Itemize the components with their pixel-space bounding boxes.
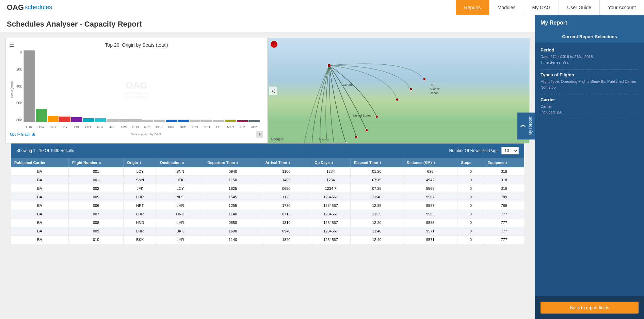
bar-ZRH xyxy=(201,120,212,122)
nav-link-modules[interactable]: Modules xyxy=(489,0,524,15)
my-report-tab[interactable]: My Report ❯ xyxy=(517,112,535,139)
x-label-JNB: JNB xyxy=(47,125,59,129)
table-cell: 1255 xyxy=(204,201,262,210)
modify-graph-button[interactable]: Modify Graph ⊕ xyxy=(10,132,35,137)
table-row: BA001LCYSNN09401100123401:206260318 xyxy=(11,167,524,176)
table-cell: NRT xyxy=(124,201,157,210)
carrier-title: Carrier xyxy=(541,97,639,102)
table-cell: BA xyxy=(11,227,69,236)
table-cell: 0 xyxy=(457,210,484,218)
x-label-CPT: CPT xyxy=(83,125,94,129)
bar-item-AMS xyxy=(118,50,130,122)
x-label-FCO: FCO xyxy=(189,125,200,129)
map-nav-left[interactable]: ◁ xyxy=(269,87,277,95)
table-cell: 0 xyxy=(457,184,484,193)
table-cell: 01:20 xyxy=(350,167,403,176)
table-cell: 1234 xyxy=(311,176,350,184)
table-cell: 11:40 xyxy=(350,227,403,236)
table-row: BA001SNNJFK11501405123407:1549420318 xyxy=(11,176,524,184)
table-cell: 1600 xyxy=(204,227,262,236)
bar-item-FCO xyxy=(190,50,201,122)
rows-per-page-select[interactable]: 10 25 50 100 xyxy=(501,147,519,154)
col-flight-number[interactable]: Flight Number ⇕ xyxy=(69,158,124,167)
bar-MAN xyxy=(225,120,236,122)
table-cell: 1100 xyxy=(262,167,311,176)
nav-link-reports[interactable]: Reports xyxy=(456,0,489,15)
table-header-row: Published Carrier Flight Number ⇕ Origin… xyxy=(11,158,524,167)
col-stops[interactable]: Stops xyxy=(457,158,484,167)
table-cell: BA xyxy=(11,176,69,184)
chart-menu-icon[interactable]: ☰ xyxy=(9,42,14,48)
sidebar-header: My Report xyxy=(535,15,644,31)
period-date: Date: 27Jun2018 to 27Jun2018 xyxy=(541,54,639,60)
col-distance[interactable]: Distance (KM) ⇕ xyxy=(403,158,457,167)
back-to-report-fields-button[interactable]: Back to report fields xyxy=(541,302,639,314)
bar-DUB xyxy=(178,120,189,122)
table-cell: LHR xyxy=(157,236,204,244)
table-row: BA006NRTLHR12551730123456712:3595870789 xyxy=(11,201,524,210)
current-selections-tab[interactable]: Current Report Selections xyxy=(535,31,644,43)
bar-GLA xyxy=(95,118,106,122)
table-section: Showing 1 - 10 Of 1000 Results Number Of… xyxy=(5,143,530,249)
carrier-included: Included: BA xyxy=(541,109,639,115)
table-cell: 0940 xyxy=(262,227,311,236)
table-cell: 001 xyxy=(69,167,124,176)
table-cell: BKK xyxy=(157,227,204,236)
table-cell: 07:15 xyxy=(350,176,403,184)
svg-text:Mexico: Mexico xyxy=(319,138,329,141)
table-cell: 9585 xyxy=(403,218,457,227)
table-cell: 1234 7 xyxy=(311,184,350,193)
col-published-carrier[interactable]: Published Carrier xyxy=(11,158,69,167)
bar-item-PLZ xyxy=(237,50,248,122)
table-cell: JFK xyxy=(157,176,204,184)
nav-link-myoag[interactable]: My OAG xyxy=(524,0,559,15)
table-cell: 010 xyxy=(69,236,124,244)
modify-graph-icon: ⊕ xyxy=(32,132,35,137)
chart-panel: ☰ Top 20: Origin by Seats (total) OAG co… xyxy=(5,38,268,143)
col-destination[interactable]: Destination ⇕ xyxy=(157,158,204,167)
data-supplied-text: Data supplied by OAG xyxy=(131,133,161,136)
col-arrival-time[interactable]: Arrival Time ⇕ xyxy=(262,158,311,167)
table-cell: 1234 xyxy=(311,167,350,176)
bar-item-EDI xyxy=(71,50,82,122)
col-equipment[interactable]: Equipment xyxy=(484,158,524,167)
table-cell: LHR xyxy=(157,201,204,210)
table-cell: HND xyxy=(124,218,157,227)
table-cell: 9587 xyxy=(403,193,457,201)
svg-text:Ocean: Ocean xyxy=(430,91,439,95)
col-origin[interactable]: Origin ⇕ xyxy=(124,158,157,167)
table-cell: 1825 xyxy=(204,184,262,193)
table-cell: 1140 xyxy=(204,210,262,218)
content-area: ☰ Top 20: Origin by Seats (total) OAG co… xyxy=(0,32,535,255)
table-cell: 1234567 xyxy=(311,236,350,244)
table-cell: 777 xyxy=(484,236,524,244)
x-label-DUR: DUR xyxy=(130,125,141,129)
table-cell: 1310 xyxy=(262,218,311,227)
table-cell: 002 xyxy=(69,184,124,193)
table-cell: 1405 xyxy=(262,176,311,184)
bar-item-JNB xyxy=(48,50,59,122)
table-body: BA001LCYSNN09401100123401:206260318BA001… xyxy=(11,167,524,244)
bar-JFK xyxy=(107,119,118,122)
map-svg: Canada United States Mexico Venezuela Co… xyxy=(268,38,529,143)
table-cell: 9587 xyxy=(403,201,457,210)
sidebar-carrier: Carrier Carrier Included: BA xyxy=(541,97,639,115)
svg-text:N.: N. xyxy=(431,83,434,87)
col-op-days[interactable]: Op Days ⇕ xyxy=(311,158,350,167)
col-departure-time[interactable]: Departure Time ⇕ xyxy=(204,158,262,167)
showing-results-text: Showing 1 - 10 Of 1000 Results xyxy=(16,148,74,153)
chart-title: Top 20: Origin by Seats (total) xyxy=(10,42,263,48)
table-cell: 12:40 xyxy=(350,236,403,244)
bar-NCE xyxy=(142,120,154,122)
nav-links: Reports Modules My OAG User Guide Your A… xyxy=(456,0,644,15)
nav-link-userguide[interactable]: User Guide xyxy=(559,0,599,15)
bar-item-TXL xyxy=(213,50,224,122)
col-elapsed-time[interactable]: Elapsed Time ⇕ xyxy=(350,158,403,167)
nav-link-youraccount[interactable]: Your Account xyxy=(599,0,644,15)
x-label-AMS: AMS xyxy=(118,125,129,129)
download-icon[interactable]: ⬇ xyxy=(256,131,263,138)
table-cell: 777 xyxy=(484,227,524,236)
table-cell: 0650 xyxy=(262,184,311,193)
table-cell: 9571 xyxy=(403,236,457,244)
modify-graph-label: Modify Graph xyxy=(10,133,30,136)
